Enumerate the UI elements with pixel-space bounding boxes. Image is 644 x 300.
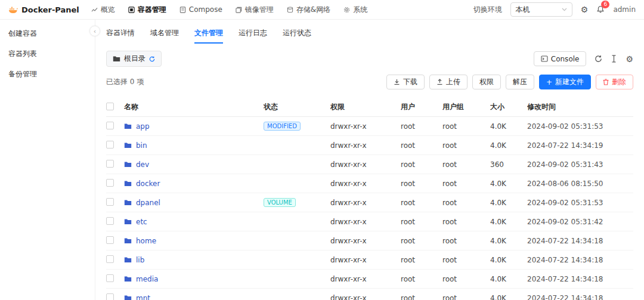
console-button[interactable]: Console xyxy=(534,51,587,66)
nav-item-compose[interactable]: Compose xyxy=(179,5,222,14)
settings-gear-icon[interactable]: ⚙ xyxy=(581,5,589,14)
folder-icon xyxy=(124,256,132,263)
file-name-link[interactable]: dev xyxy=(136,160,149,169)
permission-cell: drwxr-xr-x xyxy=(330,160,401,169)
toolbar-right: Console ⚙ xyxy=(534,51,633,66)
user-cell: root xyxy=(401,122,442,131)
extract-button[interactable]: 解压 xyxy=(506,75,534,89)
notifications-button[interactable]: 6 xyxy=(596,5,605,14)
plus-icon: + xyxy=(546,78,552,86)
tab-run-logs[interactable]: 运行日志 xyxy=(239,28,267,44)
sidebar-collapse-button[interactable]: ‹ xyxy=(89,26,100,36)
new-file-button[interactable]: + 新建文件 xyxy=(539,75,591,89)
username[interactable]: admin xyxy=(613,5,636,14)
mtime-cell: 2024-07-22 14:34:18 xyxy=(527,237,633,245)
select-all-checkbox[interactable] xyxy=(106,103,114,110)
row-checkbox[interactable] xyxy=(106,122,114,129)
console-button-label: Console xyxy=(551,55,580,63)
docker-whale-logo-icon xyxy=(8,5,18,14)
gear-icon[interactable]: ⚙ xyxy=(626,55,633,63)
root-directory-button[interactable]: 根目录 xyxy=(106,51,162,67)
user-cell: root xyxy=(401,256,442,264)
env-switch-label: 切换环境 xyxy=(473,5,502,15)
user-cell: root xyxy=(401,141,442,150)
table-header-row: 名称 状态 权限 用户 用户组 大小 修改时间 xyxy=(106,98,633,117)
permission-cell: drwxr-xr-x xyxy=(330,256,401,264)
group-cell: root xyxy=(442,218,490,226)
chevron-down-icon xyxy=(562,8,567,11)
nav-item-overview[interactable]: 概览 xyxy=(91,5,115,15)
folder-icon xyxy=(124,142,132,149)
nav-item-container-management[interactable]: 容器管理 xyxy=(128,5,166,15)
file-name-link[interactable]: home xyxy=(136,237,156,245)
tabs-bar: 容器详情 域名管理 文件管理 运行日志 运行状态 xyxy=(106,24,633,44)
nav-item-storage-network[interactable]: 存储&网络 xyxy=(287,5,330,15)
size-cell: 4.0K xyxy=(490,199,527,207)
user-cell: root xyxy=(401,237,442,245)
nav-item-image-management[interactable]: 镜像管理 xyxy=(236,5,274,15)
top-navbar: Docker-Panel 概览 容器管理 Compose 镜像管理 xyxy=(0,0,644,20)
row-checkbox[interactable] xyxy=(106,255,114,263)
text-cursor-icon[interactable] xyxy=(611,55,617,63)
file-name-link[interactable]: lib xyxy=(136,256,144,264)
file-name-link[interactable]: mnt xyxy=(136,294,150,300)
permission-cell: drwxr-xr-x xyxy=(330,218,401,226)
group-cell: root xyxy=(442,141,490,150)
file-table: 名称 状态 权限 用户 用户组 大小 修改时间 appMODIFIEDdrwxr… xyxy=(106,98,633,300)
file-name-link[interactable]: dpanel xyxy=(136,199,160,207)
row-checkbox[interactable] xyxy=(106,217,114,225)
file-name-link[interactable]: etc xyxy=(136,218,147,226)
table-row: mntdrwxr-xr-xrootroot4.0K2024-07-22 14:3… xyxy=(106,289,633,300)
row-checkbox[interactable] xyxy=(106,236,114,244)
row-checkbox[interactable] xyxy=(106,141,114,149)
refresh-icon[interactable] xyxy=(595,55,602,63)
file-name-link[interactable]: docker xyxy=(136,180,160,188)
environment-select-value: 本机 xyxy=(516,5,530,15)
column-header-size: 大小 xyxy=(490,102,527,112)
permission-cell: drwxr-xr-x xyxy=(330,122,401,131)
upload-button[interactable]: 上传 xyxy=(429,75,467,89)
file-name-link[interactable]: app xyxy=(136,122,150,131)
brand[interactable]: Docker-Panel xyxy=(8,5,79,14)
row-checkbox[interactable] xyxy=(106,198,114,206)
download-button[interactable]: 下载 xyxy=(386,75,425,89)
user-cell: root xyxy=(401,160,442,169)
environment-select[interactable]: 本机 xyxy=(510,2,572,17)
tab-file-management[interactable]: 文件管理 xyxy=(194,28,223,44)
refresh-small-icon xyxy=(149,56,155,62)
row-checkbox[interactable] xyxy=(106,274,114,282)
main-content: 容器详情 域名管理 文件管理 运行日志 运行状态 根目录 xyxy=(95,20,644,300)
folder-icon xyxy=(124,276,132,282)
mtime-cell: 2024-07-22 14:34:18 xyxy=(527,275,633,283)
user-cell: root xyxy=(401,218,442,226)
tab-run-status[interactable]: 运行状态 xyxy=(283,28,311,44)
mtime-cell: 2024-09-02 05:31:42 xyxy=(527,218,633,226)
row-checkbox[interactable] xyxy=(106,179,114,187)
brand-name: Docker-Panel xyxy=(21,5,79,14)
tab-container-details[interactable]: 容器详情 xyxy=(106,28,135,44)
compose-icon xyxy=(179,7,186,13)
group-cell: root xyxy=(442,160,490,169)
nav-item-system[interactable]: 系统 xyxy=(343,5,367,15)
row-checkbox[interactable] xyxy=(106,160,114,168)
size-cell: 4.0K xyxy=(490,237,527,245)
nav-item-label: 存储&网络 xyxy=(296,5,330,15)
sidebar-item-container-list[interactable]: 容器列表 xyxy=(0,44,95,64)
file-name-link[interactable]: media xyxy=(136,275,158,283)
user-cell: root xyxy=(401,199,442,207)
console-icon xyxy=(541,55,548,62)
tab-domain-management[interactable]: 域名管理 xyxy=(150,28,179,44)
row-checkbox[interactable] xyxy=(106,293,114,300)
overview-icon xyxy=(91,7,98,13)
download-icon xyxy=(394,79,400,85)
sidebar-item-create-container[interactable]: 创建容器 xyxy=(0,23,95,44)
group-cell: root xyxy=(442,275,490,283)
sidebar-item-backup-management[interactable]: 备份管理 xyxy=(0,64,95,84)
file-name-link[interactable]: bin xyxy=(136,141,147,150)
user-cell: root xyxy=(401,275,442,283)
permission-button[interactable]: 权限 xyxy=(472,75,501,89)
download-button-label: 下载 xyxy=(403,77,417,87)
column-header-group: 用户组 xyxy=(442,102,490,112)
delete-button[interactable]: 删除 xyxy=(596,75,633,89)
table-row: libdrwxr-xr-xrootroot4.0K2024-07-22 14:3… xyxy=(106,250,633,270)
